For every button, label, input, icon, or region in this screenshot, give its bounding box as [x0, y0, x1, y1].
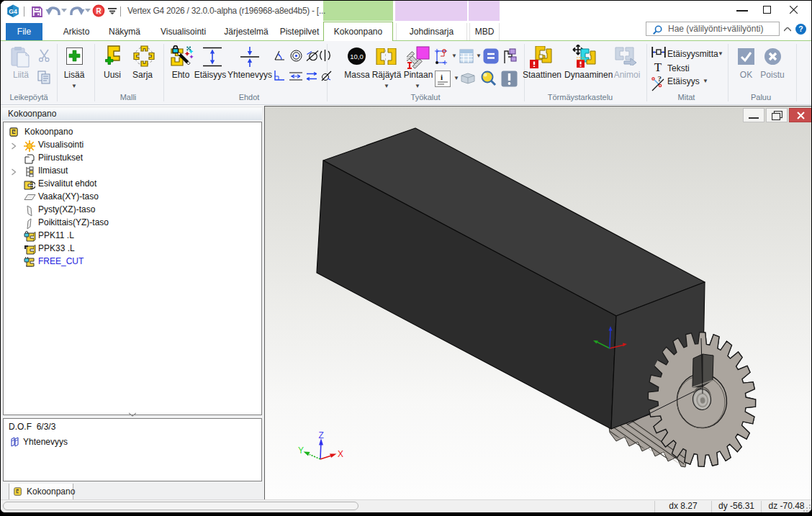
- svg-text:T: T: [654, 61, 662, 72]
- svg-text:X: X: [338, 449, 343, 459]
- svg-text:R: R: [96, 7, 102, 15]
- svg-text:Y: Y: [298, 445, 304, 456]
- svg-text:10,0: 10,0: [350, 53, 364, 60]
- svg-text:?: ?: [658, 74, 662, 83]
- svg-text:G4: G4: [9, 8, 17, 15]
- svg-text:Z: Z: [319, 430, 324, 440]
- svg-text:?: ?: [798, 24, 803, 33]
- svg-text:i: i: [441, 73, 443, 81]
